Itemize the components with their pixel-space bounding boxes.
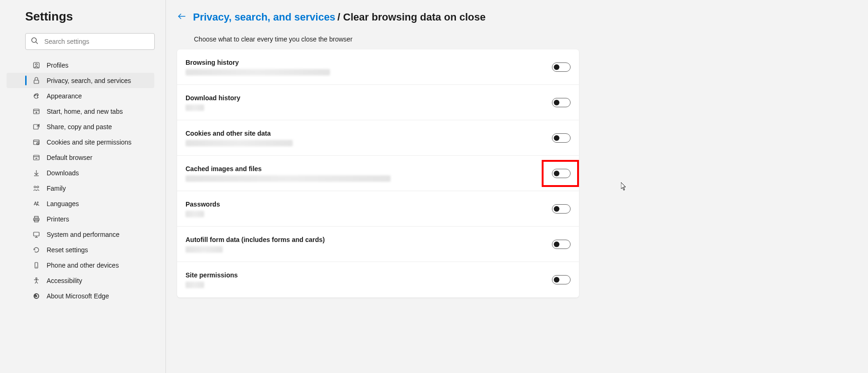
setting-description-blurred [186,69,330,76]
sidebar-item-label: Share, copy and paste [47,123,112,131]
setting-row: Download history [177,85,579,120]
setting-row: Autofill form data (includes forms and c… [177,227,579,262]
svg-point-7 [37,95,37,95]
share-icon [32,123,41,131]
setting-text: Cookies and other site data [186,130,552,146]
sidebar-item-label: Start, home, and new tabs [47,108,123,115]
svg-point-0 [32,38,36,42]
setting-description-blurred [186,211,204,217]
svg-point-21 [37,186,39,188]
toggle-switch[interactable] [552,133,571,143]
svg-point-5 [34,95,35,96]
toggle-knob [554,242,559,247]
sidebar-title: Settings [25,9,154,24]
search-icon [31,37,38,46]
svg-rect-25 [34,232,39,236]
sidebar-item-share[interactable]: Share, copy and paste [7,119,154,134]
sidebar-item-label: Languages [47,200,79,207]
svg-point-30 [36,277,37,279]
appearance-icon [32,92,41,100]
nav-list: ProfilesPrivacy, search, and servicesApp… [7,57,154,304]
toggle-knob [554,100,559,105]
breadcrumb-parent-link[interactable]: Privacy, search, and services [193,11,335,23]
sidebar-item-printer[interactable]: Printers [7,211,154,227]
about-icon [32,292,41,300]
toggle-knob [554,277,559,283]
system-icon [32,231,41,238]
printer-icon [32,215,41,223]
accessibility-icon [32,277,41,284]
sidebar-item-browser[interactable]: Default browser [7,150,154,165]
svg-point-6 [35,94,36,95]
sidebar-item-reset[interactable]: Reset settings [7,242,154,257]
svg-point-20 [34,186,36,188]
sidebar-item-appearance[interactable]: Appearance [7,88,154,104]
setting-description-blurred [186,246,223,253]
sidebar-item-label: Downloads [47,169,79,177]
toggle-knob [554,135,559,141]
newtab-icon [32,108,41,115]
sidebar-item-download[interactable]: Downloads [7,165,154,180]
sidebar-item-phone[interactable]: Phone and other devices [7,257,154,273]
sidebar-item-newtab[interactable]: Start, home, and new tabs [7,104,154,119]
setting-title: Cookies and other site data [186,130,552,137]
sidebar-item-label: Printers [47,215,69,223]
sidebar-item-label: Reset settings [47,246,88,254]
settings-card: Browsing historyDownload historyCookies … [177,49,579,297]
setting-text: Site permissions [186,271,552,288]
sidebar-item-cookie[interactable]: Cookies and site permissions [7,134,154,150]
setting-row: Passwords [177,191,579,227]
search-input[interactable] [25,33,155,50]
setting-text: Cached images and files [186,165,552,182]
toggle-knob [554,64,559,70]
toggle-switch[interactable] [552,62,571,72]
search-wrapper [25,33,155,50]
setting-description-blurred [186,104,204,111]
setting-row: Browsing history [177,49,579,85]
setting-title: Browsing history [186,59,552,66]
sidebar-item-accessibility[interactable]: Accessibility [7,273,154,288]
svg-rect-12 [34,124,38,129]
sidebar-item-label: Default browser [47,154,92,161]
sidebar-item-about[interactable]: About Microsoft Edge [7,288,154,304]
back-arrow-icon[interactable] [177,12,186,23]
setting-title: Cached images and files [186,165,552,173]
setting-title: Autofill form data (includes forms and c… [186,236,552,243]
toggle-switch[interactable] [552,169,571,178]
toggle-switch[interactable] [552,98,571,107]
settings-sidebar: Settings ProfilesPrivacy, search, and se… [0,0,166,373]
family-icon [32,185,41,192]
sidebar-item-profile[interactable]: Profiles [7,57,154,73]
language-icon [32,200,41,207]
toggle-switch[interactable] [552,204,571,214]
setting-description-blurred [186,140,293,146]
sidebar-item-label: Privacy, search, and services [47,77,131,84]
setting-text: Download history [186,94,552,111]
sidebar-item-family[interactable]: Family [7,180,154,196]
setting-text: Passwords [186,200,552,217]
toggle-switch[interactable] [552,275,571,284]
sidebar-item-label: About Microsoft Edge [47,292,109,300]
download-icon [32,169,41,177]
svg-line-33 [35,282,36,283]
setting-text: Browsing history [186,59,552,76]
toggle-knob [554,206,559,212]
sidebar-item-label: Accessibility [47,277,82,284]
setting-text: Autofill form data (includes forms and c… [186,236,552,253]
profile-icon [32,62,41,69]
svg-point-3 [35,63,37,65]
lock-icon [32,77,41,84]
breadcrumb: Privacy, search, and services / Clear br… [177,11,868,23]
toggle-switch[interactable] [552,240,571,249]
sidebar-item-lock[interactable]: Privacy, search, and services [7,73,154,88]
sidebar-item-system[interactable]: System and performance [7,227,154,242]
breadcrumb-separator: / [338,11,343,23]
setting-row: Cookies and other site data [177,120,579,156]
sidebar-item-language[interactable]: Languages [7,196,154,211]
svg-rect-16 [34,155,39,160]
phone-icon [32,262,41,269]
svg-rect-4 [34,80,39,83]
sidebar-item-label: Family [47,185,66,192]
cookie-icon [32,138,41,146]
page-subtitle: Choose what to clear every time you clos… [194,35,868,43]
